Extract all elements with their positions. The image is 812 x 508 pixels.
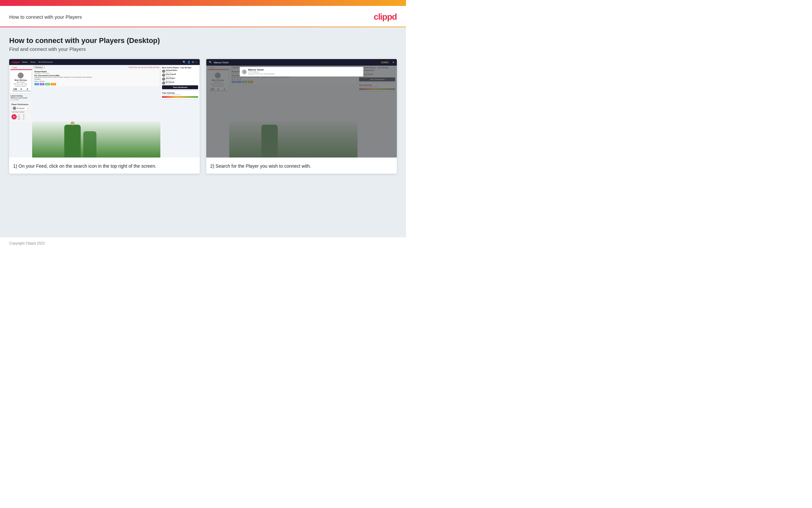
player-avatar-3 xyxy=(162,81,165,85)
caption-2: 2) Search for the Player you wish to con… xyxy=(206,158,397,174)
nav-teams-1[interactable]: Teams xyxy=(30,61,36,63)
screenshot-mock-1: clippd Home Teams My Performance 🔍 👤 ⚙ ○ xyxy=(9,59,200,158)
right-panel-1: Most Active Players - Last 30 days Richa… xyxy=(160,65,200,158)
section-title: How to connect with your Players (Deskto… xyxy=(9,36,397,45)
player-perf-title-1: Player Performance xyxy=(11,103,30,105)
most-active-1: Most Active Players - Last 30 days Richa… xyxy=(161,66,199,90)
stat-followers-1: 3 Followers xyxy=(18,88,24,92)
player-row-3: Eli Vincent Activities: 1 xyxy=(162,81,198,85)
nav-home-1[interactable]: Home xyxy=(22,61,28,63)
player-select-name-1: Eli Vincent xyxy=(17,107,25,109)
caption-text-1: 1) On your Feed, click on the search ico… xyxy=(13,163,196,170)
tag-arg-1: ARG xyxy=(45,83,50,85)
profile-section-1: Blair McHarg Golf Coach Mill Ride Golf C… xyxy=(10,71,31,93)
nav-performance-1[interactable]: My Performance xyxy=(38,61,53,63)
player-avatar-2 xyxy=(162,78,165,81)
player-select-avatar-1 xyxy=(13,107,16,110)
page-header: How to connect with your Players clippd xyxy=(0,6,406,27)
screenshot-mock-2: clippd Home Teams My Performance 🔍 👤 ⚙ xyxy=(206,59,397,158)
caption-1: 1) On your Feed, click on the search ico… xyxy=(9,158,200,174)
search-bar-row: 🔍 Marcus Turner CLEAR × xyxy=(206,59,397,66)
player-act-1: Activities: 4 xyxy=(166,75,176,77)
search-overlay-2: 🔍 Marcus Turner CLEAR × Marcus Turner 1.… xyxy=(206,59,397,158)
avatar-icon-1[interactable]: ○ xyxy=(195,61,197,64)
copyright-text: Copyright Clippd 2022 xyxy=(9,241,45,245)
panels-row: clippd Home Teams My Performance 🔍 👤 ⚙ ○ xyxy=(9,59,397,174)
team-dashboard-btn-1[interactable]: Team Dashboard xyxy=(162,85,198,89)
main-content: How to connect with your Players (Deskto… xyxy=(0,27,406,237)
tag-app-1: APP xyxy=(40,83,44,85)
following-row-1: Following ▾ Control who can see your act… xyxy=(33,66,159,69)
feed-tab-1[interactable]: Feed xyxy=(10,66,32,70)
footer: Copyright Clippd 2022 xyxy=(0,237,406,249)
latest-activity-1: Latest Activity Afternoon round of golf … xyxy=(9,94,32,102)
latest-date-1: 27 Jul 2022 xyxy=(10,99,31,101)
player-row-1: Piers Parnell Activities: 4 xyxy=(162,73,198,77)
golfer-2 xyxy=(83,131,96,158)
activity-tags-1: OTT APP ARG PUTT xyxy=(35,83,158,85)
profile-stats-1: 129 Activities 3 Followers 4 xyxy=(12,88,29,92)
following-btn-1[interactable]: Following ▾ xyxy=(33,66,45,69)
tag-putt-1: PUTT xyxy=(50,83,56,85)
dropdown-arrow-1: ▾ xyxy=(28,107,29,109)
search-query[interactable]: Marcus Turner xyxy=(214,61,378,64)
activity-date-1: Yesterday · The Grove xyxy=(35,73,158,74)
control-link-1[interactable]: Control who can see your activity and da… xyxy=(129,66,159,68)
player-act-2: Activities: 3 xyxy=(166,79,175,81)
search-result-club: Cypress Point Club, United Kingdom xyxy=(248,73,275,75)
activity-card-1: Richard Butler Yesterday · The Grove Pre… xyxy=(33,70,159,86)
search-result-avatar xyxy=(242,70,247,74)
most-active-title-1: Most Active Players - Last 30 days xyxy=(162,67,198,69)
user-icon-1[interactable]: 👤 xyxy=(187,61,191,64)
player-avatar-0 xyxy=(162,70,165,73)
caption-text-2: 2) Search for the Player you wish to con… xyxy=(210,163,393,170)
player-select-1[interactable]: Eli Vincent ▾ xyxy=(11,106,30,111)
player-act-0: Activities: 7 xyxy=(166,71,177,73)
heatmap-subtitle-1: Player Quality · 20 Round Trend xyxy=(162,94,198,95)
search-clear-btn[interactable]: CLEAR xyxy=(380,61,389,64)
section-subtitle: Find and connect with your Players xyxy=(9,46,397,52)
search-close-btn[interactable]: × xyxy=(392,61,394,64)
search-icon-1[interactable]: 🔍 xyxy=(183,61,186,64)
left-col-1: Feed Blair McHarg Golf Coach Mill Ride G… xyxy=(9,65,32,158)
heatmap-bar-1 xyxy=(162,96,198,98)
search-result-card[interactable]: Marcus Turner 1.5 Handicap Cypress Point… xyxy=(240,67,364,77)
duration-label-1: Duration xyxy=(35,78,158,80)
score-circle-1: 84 xyxy=(11,114,17,120)
app-nav-1: clippd Home Teams My Performance 🔍 👤 ⚙ ○ xyxy=(9,59,200,65)
quality-bars-1: OTT 79 APP 70 xyxy=(18,114,24,120)
logo: clippd xyxy=(374,12,397,22)
quality-label-1: Total Player Quality xyxy=(11,111,30,113)
top-gradient-bar xyxy=(0,0,406,6)
app-body-1: Feed Blair McHarg Golf Coach Mill Ride G… xyxy=(9,65,200,158)
profile-club-1: Mill Ride Golf Club, United Kingdom xyxy=(12,83,29,87)
duration-value-1: 02 hr : 00 min xyxy=(35,80,158,82)
golf-image-1 xyxy=(32,121,160,158)
search-result-info: Marcus Turner 1.5 Handicap Cypress Point… xyxy=(248,69,275,75)
stat-following-1: 4 Following xyxy=(24,88,31,92)
app-nav-icons-1: 🔍 👤 ⚙ ○ xyxy=(183,61,197,64)
search-icon-overlay: 🔍 xyxy=(209,61,212,64)
panel-2: clippd Home Teams My Performance 🔍 👤 ⚙ xyxy=(206,59,397,174)
app-mock-1: clippd Home Teams My Performance 🔍 👤 ⚙ ○ xyxy=(9,59,200,158)
player-perf-section-1: Player Performance Eli Vincent ▾ Total P… xyxy=(10,102,31,121)
app-logo-1: clippd xyxy=(12,61,20,64)
qbar-app-1: APP 70 xyxy=(18,116,24,118)
qbar-arg-1: ARG 61 xyxy=(18,118,24,120)
stat-activities-1: 129 Activities xyxy=(12,88,18,92)
golfer-head-1 xyxy=(70,121,75,125)
tag-ott-1: OTT xyxy=(35,83,39,85)
panel-1: clippd Home Teams My Performance 🔍 👤 ⚙ ○ xyxy=(9,59,200,174)
settings-icon-1[interactable]: ⚙ xyxy=(192,61,194,64)
player-act-3: Activities: 1 xyxy=(166,83,174,85)
player-row-0: Richard Butler Activities: 7 xyxy=(162,69,198,73)
section-header: How to connect with your Players (Deskto… xyxy=(9,36,397,52)
profile-avatar-1 xyxy=(18,73,23,78)
player-avatar-1 xyxy=(162,74,165,77)
app-nav-links-1: Home Teams My Performance xyxy=(22,61,53,63)
golfer-1 xyxy=(64,125,81,158)
search-result-name: Marcus Turner xyxy=(248,69,275,71)
player-row-2: Hiral Pujara Activities: 3 xyxy=(162,77,198,81)
team-heatmap-1: Team Heatmap Player Quality · 20 Round T… xyxy=(161,91,199,99)
page-title: How to connect with your Players xyxy=(9,14,82,20)
